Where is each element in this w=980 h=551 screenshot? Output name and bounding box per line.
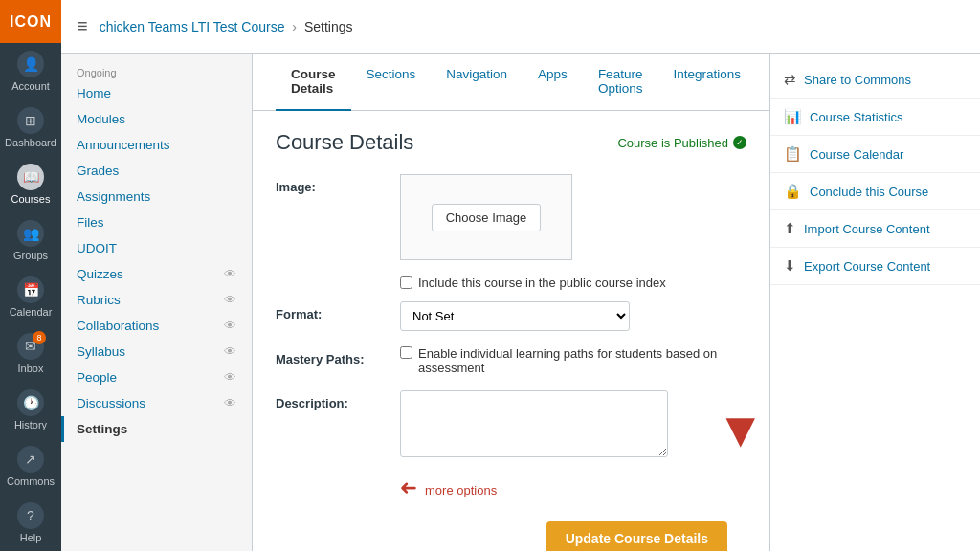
menu-button[interactable]: ≡ <box>77 15 88 37</box>
share-commons-item[interactable]: ⇄ Share to Commons <box>770 61 980 99</box>
import-content-item[interactable]: ⬆ Import Course Content <box>770 210 980 248</box>
breadcrumb-current: Settings <box>304 19 353 34</box>
sidebar-section-label: Ongoing <box>61 61 252 80</box>
course-details-content: Course Details Course is Published ✓ Ima… <box>253 111 769 551</box>
discussions-visibility-icon[interactable]: 👁 <box>224 396 236 410</box>
public-index-label: Include this course in the public course… <box>418 276 666 290</box>
format-row: Format: Not Set <box>276 301 746 331</box>
nav-item-courses[interactable]: 📖 Courses <box>0 156 61 212</box>
description-label: Description: <box>276 390 400 410</box>
dashboard-icon: ⊞ <box>17 107 44 134</box>
people-visibility-icon[interactable]: 👁 <box>224 370 236 385</box>
course-details-header: Course Details Course is Published ✓ <box>276 130 746 155</box>
left-navigation: ICON 👤 Account ⊞ Dashboard 📖 Courses 👥 G… <box>0 0 61 551</box>
tabs-bar: Course Details Sections Navigation Apps … <box>253 54 769 111</box>
breadcrumb: chicken Teams LTI Test Course › Settings <box>100 19 353 34</box>
courses-icon: 📖 <box>17 164 44 190</box>
sidebar-item-settings[interactable]: Settings <box>61 416 252 442</box>
nav-item-account[interactable]: 👤 Account <box>0 43 61 99</box>
commons-icon: ↗ <box>17 446 44 473</box>
help-icon: ? <box>17 502 44 529</box>
share-commons-icon: ⇄ <box>784 71 796 88</box>
tab-integrations[interactable]: Integrations <box>657 54 756 111</box>
nav-item-calendar[interactable]: 📅 Calendar <box>0 269 61 325</box>
nav-item-groups[interactable]: 👥 Groups <box>0 212 61 269</box>
account-icon: 👤 <box>17 51 44 77</box>
export-content-icon: ⬇ <box>784 257 796 275</box>
published-dot-icon: ✓ <box>733 136 746 149</box>
conclude-course-icon: 🔒 <box>784 183 802 200</box>
mastery-label: Mastery Paths: <box>276 346 400 366</box>
sidebar-item-discussions[interactable]: Discussions 👁 <box>61 390 252 416</box>
tab-course-details[interactable]: Course Details <box>276 54 351 111</box>
description-textarea[interactable] <box>400 390 668 457</box>
published-label: Course is Published <box>617 136 728 150</box>
image-row: Image: Choose Image <box>276 174 746 260</box>
update-course-details-button[interactable]: Update Course Details <box>546 521 727 551</box>
mastery-row: Mastery Paths: Enable individual learnin… <box>276 346 746 375</box>
image-box: Choose Image <box>400 174 572 260</box>
page-title: Course Details <box>276 130 413 155</box>
course-calendar-icon: 📋 <box>784 145 802 163</box>
mastery-checkbox-label: Enable individual learning paths for stu… <box>418 346 746 375</box>
main-panel: Course Details Sections Navigation Apps … <box>253 54 769 551</box>
right-panel: ⇄ Share to Commons 📊 Course Statistics 📋… <box>769 54 980 551</box>
image-control: Choose Image <box>400 174 746 260</box>
choose-image-button[interactable]: Choose Image <box>432 204 542 231</box>
sidebar-item-files[interactable]: Files <box>61 209 252 235</box>
public-index-checkbox[interactable] <box>400 276 412 289</box>
sidebar-item-people[interactable]: People 👁 <box>61 364 252 390</box>
course-sidebar: Ongoing Home Modules Announcements Grade… <box>61 54 253 551</box>
tab-feature-options[interactable]: Feature Options <box>583 54 658 111</box>
course-calendar-item[interactable]: 📋 Course Calendar <box>770 136 980 173</box>
nav-item-history[interactable]: 🕐 History <box>0 382 61 438</box>
description-row: Description: <box>276 390 746 460</box>
content-wrapper: Ongoing Home Modules Announcements Grade… <box>61 54 980 551</box>
description-control <box>400 390 746 460</box>
sidebar-item-modules[interactable]: Modules <box>61 106 252 132</box>
inbox-badge: 8 <box>33 331 46 344</box>
public-index-row: Include this course in the public course… <box>400 276 746 290</box>
nav-item-dashboard[interactable]: ⊞ Dashboard <box>0 99 61 156</box>
format-select[interactable]: Not Set <box>400 301 630 331</box>
sidebar-item-syllabus[interactable]: Syllabus 👁 <box>61 339 252 364</box>
mastery-control: Enable individual learning paths for stu… <box>400 346 746 375</box>
course-statistics-item[interactable]: 📊 Course Statistics <box>770 99 980 136</box>
sidebar-item-rubrics[interactable]: Rubrics 👁 <box>61 287 252 313</box>
mastery-checkbox[interactable] <box>400 346 412 359</box>
breadcrumb-course[interactable]: chicken Teams LTI Test Course <box>100 19 285 34</box>
tab-sections[interactable]: Sections <box>351 54 432 111</box>
export-content-item[interactable]: ⬇ Export Course Content <box>770 248 980 285</box>
groups-icon: 👥 <box>17 220 44 247</box>
sidebar-item-announcements[interactable]: Announcements <box>61 132 252 158</box>
sidebar-item-assignments[interactable]: Assignments <box>61 184 252 209</box>
tab-apps[interactable]: Apps <box>523 54 583 111</box>
sidebar-item-home[interactable]: Home <box>61 80 252 106</box>
calendar-icon: 📅 <box>17 276 44 303</box>
nav-item-inbox[interactable]: ✉ 8 Inbox <box>0 325 61 382</box>
conclude-course-item[interactable]: 🔒 Conclude this Course <box>770 173 980 210</box>
sidebar-item-collaborations[interactable]: Collaborations 👁 <box>61 313 252 339</box>
image-label: Image: <box>276 174 400 194</box>
nav-item-help[interactable]: ? Help <box>0 495 61 551</box>
app-logo: ICON <box>0 0 61 43</box>
form-actions: Update Course Details <box>276 512 746 551</box>
more-options-link[interactable]: more options <box>425 483 497 497</box>
rubrics-visibility-icon[interactable]: 👁 <box>224 293 236 307</box>
quizzes-visibility-icon[interactable]: 👁 <box>224 267 236 281</box>
sidebar-item-grades[interactable]: Grades <box>61 158 252 184</box>
more-options-area: ➜ more options <box>400 475 746 500</box>
nav-item-commons[interactable]: ↗ Commons <box>0 438 61 495</box>
syllabus-visibility-icon[interactable]: 👁 <box>224 344 236 359</box>
course-statistics-icon: 📊 <box>784 108 802 125</box>
inbox-icon: ✉ 8 <box>17 333 44 360</box>
tab-navigation[interactable]: Navigation <box>431 54 523 111</box>
sidebar-item-quizzes[interactable]: Quizzes 👁 <box>61 261 252 287</box>
format-label: Format: <box>276 301 400 321</box>
sidebar-item-udoit[interactable]: UDOIT <box>61 235 252 261</box>
breadcrumb-separator: › <box>292 19 297 34</box>
arrow-right-icon: ➜ <box>400 475 417 500</box>
published-badge: Course is Published ✓ <box>617 136 746 150</box>
collaborations-visibility-icon[interactable]: 👁 <box>224 319 236 333</box>
import-content-icon: ⬆ <box>784 220 796 237</box>
